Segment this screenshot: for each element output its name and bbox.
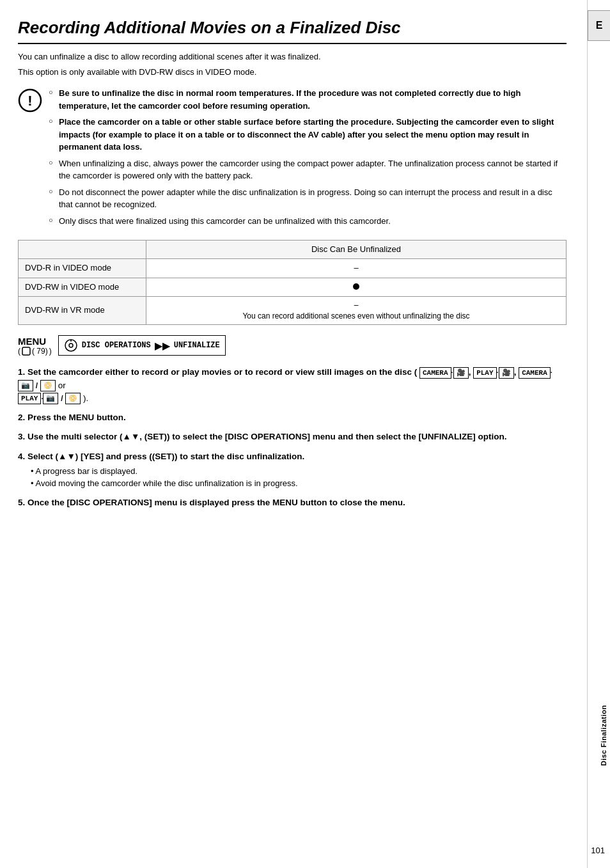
movie-icon-btn: 🎥: [453, 367, 469, 379]
menu-label-block: MENU (( 79)): [18, 336, 52, 356]
step-5: 5. Once the [DISC OPERATIONS] menu is di…: [18, 496, 567, 509]
warning-item-3: When unfinalizing a disc, always power t…: [49, 157, 567, 182]
table-cell-status-3: – You can record additional scenes even …: [146, 296, 567, 325]
table-row: DVD-R in VIDEO mode –: [19, 259, 567, 278]
main-content: Recording Additional Movies on a Finaliz…: [0, 0, 587, 868]
dvd-icon-btn: 📀: [40, 380, 56, 391]
right-sidebar: E Disc Finalization 101: [587, 0, 610, 868]
warning-item-5: Only discs that were finalized using thi…: [49, 215, 567, 228]
warning-section: ! Be sure to unfinalize the disc in norm…: [18, 87, 567, 231]
step-4-bullet-1: A progress bar is displayed.: [31, 465, 567, 478]
play-movie-button: PLAY: [473, 367, 496, 379]
table-row: DVD-RW in VR mode – You can record addit…: [19, 296, 567, 325]
warning-icon: !: [18, 88, 42, 113]
play-photo-button: PLAY: [18, 393, 41, 404]
camera-photo-button: CAMERA: [519, 367, 551, 379]
title-divider: [18, 43, 567, 44]
step-4-bullets: A progress bar is displayed. Avoid movin…: [31, 465, 567, 490]
disc-table: Disc Can Be Unfinalized DVD-R in VIDEO m…: [18, 240, 567, 325]
camera-movie-button: CAMERA: [419, 367, 451, 379]
table-cell-disc-3: DVD-RW in VR mode: [19, 296, 146, 325]
warning-item-1: Be sure to unfinalize the disc in normal…: [49, 87, 567, 112]
menu-box: DISC OPERATIONS ▶▶ UNFINALIZE: [58, 335, 226, 356]
table-cell-status-2: [146, 278, 567, 296]
tab-e: E: [588, 10, 611, 41]
table-col-disc: [19, 241, 146, 259]
camera-photo-icon-btn: 📷: [18, 380, 33, 391]
step-1: 1. Set the camcorder either to record or…: [18, 366, 567, 405]
table-cell-status-1: –: [146, 259, 567, 278]
step-4-bullet-2: Avoid moving the camcorder while the dis…: [31, 477, 567, 490]
step-3: 3. Use the multi selector (▲▼, (SET)) to…: [18, 430, 567, 443]
warning-list: Be sure to unfinalize the disc in normal…: [49, 87, 567, 231]
svg-text:!: !: [27, 93, 32, 109]
page-title: Recording Additional Movies on a Finaliz…: [18, 18, 567, 38]
svg-point-4: [69, 343, 73, 347]
intro-paragraph-2: This option is only available with DVD-R…: [18, 66, 567, 79]
play-photo-icon-btn: 📷: [43, 393, 58, 404]
play-movie-icon-btn: 🎥: [499, 367, 514, 379]
step-4: 4. Select (▲▼) [YES] and press ((SET)) t…: [18, 450, 567, 490]
warning-item-4: Do not disconnect the power adapter whil…: [49, 186, 567, 211]
page-number: 101: [591, 846, 605, 855]
table-row: DVD-RW in VIDEO mode: [19, 278, 567, 296]
step-2: 2. Press the MENU button.: [18, 411, 567, 424]
disc-icon: [64, 338, 78, 352]
menu-arrow-icon: ▶▶: [155, 340, 170, 352]
menu-section: MENU (( 79)) DISC OPERATIONS ▶▶ UNFINALI…: [18, 335, 567, 356]
dvd2-icon-btn: 📀: [65, 393, 81, 404]
or-text: or: [58, 381, 66, 390]
intro-paragraph-1: You can unfinalize a disc to allow recor…: [18, 51, 567, 63]
table-cell-disc-1: DVD-R in VIDEO mode: [19, 259, 146, 278]
warning-item-2: Place the camcorder on a table or other …: [49, 116, 567, 154]
menu-ref: (( 79)): [18, 347, 52, 356]
svg-rect-2: [22, 347, 30, 355]
menu-item-unfinalize: UNFINALIZE: [174, 341, 220, 350]
table-col-status: Disc Can Be Unfinalized: [146, 241, 567, 259]
sidebar-section-label: Disc Finalization: [600, 705, 607, 766]
table-cell-disc-2: DVD-RW in VIDEO mode: [19, 278, 146, 296]
menu-label: MENU: [18, 336, 46, 347]
bullet-icon: [353, 283, 359, 290]
steps-section: 1. Set the camcorder either to record or…: [18, 366, 567, 509]
menu-item-disc-operations: DISC OPERATIONS: [82, 341, 151, 350]
